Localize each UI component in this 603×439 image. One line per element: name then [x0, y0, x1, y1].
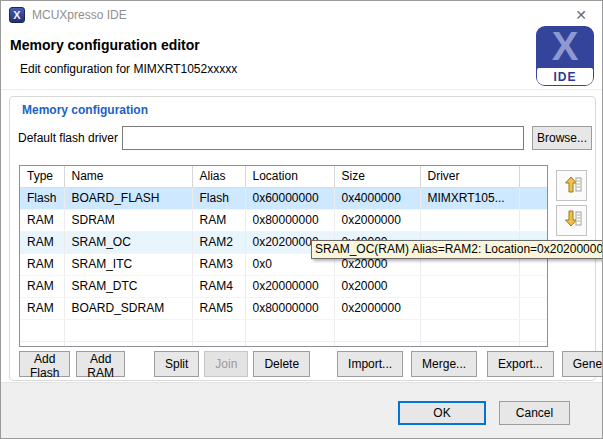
- generate-button[interactable]: Generate...: [562, 351, 603, 377]
- cell-name[interactable]: SRAM_DTC: [64, 275, 192, 297]
- merge-button[interactable]: Merge...: [411, 351, 477, 377]
- mcuxpresso-app-icon: X: [9, 7, 25, 23]
- cell-location[interactable]: 0x20000000: [245, 275, 334, 297]
- column-header-name[interactable]: Name: [64, 166, 192, 187]
- cell-alias[interactable]: RAM5: [192, 297, 245, 319]
- logo-x-glyph: X: [536, 26, 594, 68]
- cell-type[interactable]: RAM: [20, 253, 64, 275]
- arrow-up-icon: [561, 173, 583, 198]
- table-row[interactable]: Flash BOARD_FLASH Flash 0x60000000 0x400…: [20, 187, 547, 209]
- column-header-alias[interactable]: Alias: [192, 166, 245, 187]
- move-up-button[interactable]: [556, 170, 587, 201]
- cell-alias[interactable]: RAM: [192, 209, 245, 231]
- header-separator: [1, 89, 602, 90]
- close-icon[interactable]: ✕: [568, 4, 594, 26]
- page-title: Memory configuration editor: [10, 37, 200, 53]
- cell-alias[interactable]: RAM3: [192, 253, 245, 275]
- cell-size[interactable]: 0x20000: [334, 275, 420, 297]
- move-down-button[interactable]: [556, 205, 587, 236]
- join-button: Join: [204, 351, 248, 377]
- cell-type[interactable]: RAM: [20, 209, 64, 231]
- cell-driver[interactable]: [420, 275, 519, 297]
- cancel-button[interactable]: Cancel: [499, 401, 570, 425]
- window-title: MCUXpresso IDE: [32, 8, 568, 22]
- logo-ide-banner: IDE: [537, 68, 593, 85]
- group-title: Memory configuration: [22, 103, 148, 117]
- cell-size[interactable]: 0x2000000: [334, 297, 420, 319]
- cell-name[interactable]: SRAM_OC: [64, 231, 192, 253]
- table-row[interactable]: RAM SDRAM RAM 0x80000000 0x2000000: [20, 209, 547, 231]
- table-row[interactable]: RAM SRAM_DTC RAM4 0x20000000 0x20000: [20, 275, 547, 297]
- cell-alias[interactable]: RAM2: [192, 231, 245, 253]
- add-ram-button[interactable]: Add RAM: [76, 351, 125, 377]
- export-button[interactable]: Export...: [487, 351, 554, 377]
- row-tooltip: SRAM_OC(RAM) Alias=RAM2: Location=0x2020…: [311, 240, 603, 259]
- cell-location[interactable]: 0x80000000: [245, 209, 334, 231]
- default-flash-driver-row: Default flash driver Browse...: [18, 125, 592, 151]
- column-header-location[interactable]: Location: [245, 166, 334, 187]
- cell-driver[interactable]: [420, 209, 519, 231]
- cell-driver[interactable]: MIMXRT105...: [420, 187, 519, 209]
- cell-driver[interactable]: [420, 297, 519, 319]
- page-subtitle: Edit configuration for MIMXRT1052xxxxx: [20, 62, 237, 76]
- cell-name[interactable]: BOARD_SDRAM: [64, 297, 192, 319]
- cell-type[interactable]: Flash: [20, 187, 64, 209]
- cell-alias[interactable]: RAM4: [192, 275, 245, 297]
- column-header-stub: [519, 166, 547, 187]
- column-header-driver[interactable]: Driver: [420, 166, 519, 187]
- cell-alias[interactable]: Flash: [192, 187, 245, 209]
- cell-name[interactable]: SRAM_ITC: [64, 253, 192, 275]
- split-button[interactable]: Split: [154, 351, 199, 377]
- arrow-down-icon: [561, 208, 583, 233]
- default-flash-driver-label: Default flash driver: [18, 131, 122, 145]
- add-flash-button[interactable]: Add Flash: [19, 351, 70, 377]
- dialog-footer: OK Cancel: [1, 382, 602, 438]
- table-action-buttons: Add Flash Add RAM Split Join Delete Impo…: [19, 351, 603, 377]
- cell-type[interactable]: RAM: [20, 297, 64, 319]
- cell-location[interactable]: 0x60000000: [245, 187, 334, 209]
- column-header-type[interactable]: Type: [20, 166, 64, 187]
- cell-type[interactable]: RAM: [20, 231, 64, 253]
- table-header-row: Type Name Alias Location Size Driver: [20, 166, 547, 187]
- import-button[interactable]: Import...: [337, 351, 403, 377]
- cell-type[interactable]: RAM: [20, 275, 64, 297]
- cell-size[interactable]: 0x4000000: [334, 187, 420, 209]
- delete-button[interactable]: Delete: [253, 351, 310, 377]
- empty-row: [20, 319, 547, 341]
- default-flash-driver-input[interactable]: [122, 126, 524, 150]
- title-bar: X MCUXpresso IDE ✕: [1, 1, 602, 29]
- mcuxpresso-ide-logo: X IDE: [536, 26, 594, 86]
- memory-configuration-dialog: X MCUXpresso IDE ✕ Memory configuration …: [0, 0, 603, 439]
- column-header-size[interactable]: Size: [334, 166, 420, 187]
- cell-size[interactable]: 0x2000000: [334, 209, 420, 231]
- cell-name[interactable]: BOARD_FLASH: [64, 187, 192, 209]
- memory-configuration-group: Memory configuration Default flash drive…: [9, 96, 596, 381]
- cell-location[interactable]: 0x80000000: [245, 297, 334, 319]
- ok-button[interactable]: OK: [398, 401, 486, 425]
- cell-name[interactable]: SDRAM: [64, 209, 192, 231]
- table-row[interactable]: RAM BOARD_SDRAM RAM5 0x80000000 0x200000…: [20, 297, 547, 319]
- browse-button[interactable]: Browse...: [532, 126, 592, 150]
- empty-row: [20, 341, 547, 347]
